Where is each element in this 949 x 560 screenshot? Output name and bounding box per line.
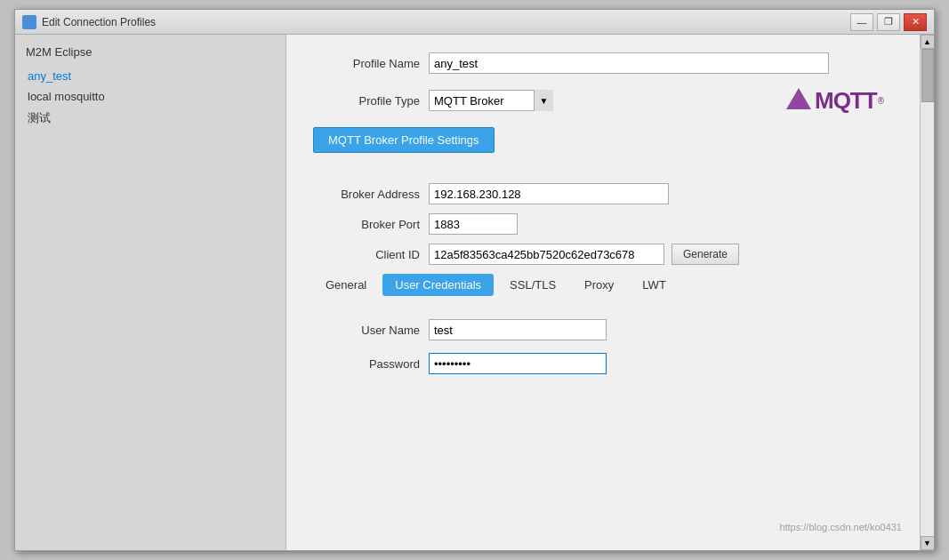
watermark: https://blog.csdn.net/ko0431 <box>779 522 902 532</box>
profile-name-row: Profile Name <box>313 52 893 74</box>
scroll-up-button[interactable]: ▲ <box>921 35 935 49</box>
broker-address-label: Broker Address <box>313 188 429 201</box>
client-id-input[interactable] <box>429 244 664 265</box>
sidebar-item-any-test[interactable]: any_test <box>15 66 286 86</box>
tab-lwt[interactable]: LWT <box>630 274 678 296</box>
tab-general[interactable]: General <box>313 274 379 296</box>
credentials-section: User Name Password <box>313 314 893 374</box>
mqtt-logo-text: MQTT <box>815 87 877 115</box>
password-input[interactable] <box>429 353 607 374</box>
title-bar: Edit Connection Profiles — ❐ ✕ <box>15 10 934 35</box>
username-row: User Name <box>313 319 893 340</box>
close-button[interactable]: ✕ <box>904 13 927 31</box>
mqtt-broker-settings-button[interactable]: MQTT Broker Profile Settings <box>313 127 495 153</box>
generate-button[interactable]: Generate <box>672 244 739 265</box>
client-id-label: Client ID <box>313 248 429 261</box>
mqtt-logo-suffix: ® <box>878 96 884 106</box>
scrollbar-track[interactable] <box>921 49 934 536</box>
window-title: Edit Connection Profiles <box>42 16 156 28</box>
app-icon <box>22 15 36 29</box>
client-id-row: Client ID Generate <box>313 244 893 265</box>
sidebar: M2M Eclipse any_test local mosquitto 测试 <box>15 35 286 550</box>
profile-type-select[interactable]: MQTT Broker MQTT Consumer <box>429 90 553 111</box>
username-label: User Name <box>313 324 429 337</box>
sidebar-title: M2M Eclipse <box>15 42 286 66</box>
mqtt-logo-icon <box>783 84 815 116</box>
content-area: M2M Eclipse any_test local mosquitto 测试 … <box>15 35 934 550</box>
tab-ssl-tls[interactable]: SSL/TLS <box>497 274 568 296</box>
broker-port-label: Broker Port <box>313 218 429 231</box>
minimize-button[interactable]: — <box>850 13 873 31</box>
scrollbar[interactable]: ▲ ▼ <box>920 35 934 550</box>
main-window: Edit Connection Profiles — ❐ ✕ M2M Eclip… <box>14 9 935 551</box>
tab-user-credentials[interactable]: User Credentials <box>382 274 494 296</box>
tabs-row: General User Credentials SSL/TLS Proxy L… <box>313 274 893 296</box>
scrollbar-thumb[interactable] <box>921 49 934 102</box>
scroll-down-button[interactable]: ▼ <box>921 536 935 550</box>
window-controls: — ❐ ✕ <box>850 13 927 31</box>
password-label: Password <box>313 357 429 371</box>
profile-type-label: Profile Type <box>313 94 429 108</box>
broker-port-row: Broker Port <box>313 213 893 235</box>
restore-button[interactable]: ❐ <box>877 13 900 31</box>
profile-type-wrapper: MQTT Broker MQTT Consumer ▼ <box>429 90 553 111</box>
broker-port-input[interactable] <box>429 213 518 235</box>
username-input[interactable] <box>429 319 607 340</box>
sidebar-item-local-mosquitto[interactable]: local mosquitto <box>15 86 286 107</box>
mqtt-logo: MQTT ® <box>783 84 884 116</box>
profile-name-label: Profile Name <box>313 57 429 70</box>
broker-address-row: Broker Address <box>313 183 893 204</box>
profile-name-input[interactable] <box>429 52 829 74</box>
title-bar-left: Edit Connection Profiles <box>22 15 156 29</box>
main-panel: Profile Name Profile Type MQTT Broker MQ… <box>286 35 920 550</box>
sidebar-item-test-cn[interactable]: 测试 <box>15 107 286 130</box>
broker-address-input[interactable] <box>429 183 669 204</box>
password-row: Password <box>313 353 893 374</box>
tab-proxy[interactable]: Proxy <box>572 274 626 296</box>
